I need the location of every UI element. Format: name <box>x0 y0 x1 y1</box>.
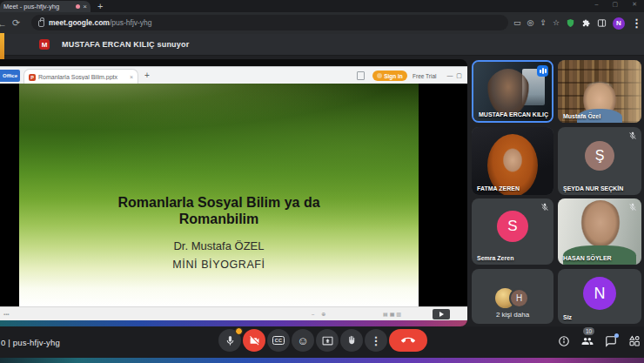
meet-control-bar: 0 | pus-hfjv-yhg CC ☺ ⋮ <box>0 326 644 358</box>
window-controls[interactable]: –▢✕ <box>595 1 637 8</box>
participant-name: Semra Zeren <box>477 255 513 261</box>
presenter-new-tab-icon: + <box>144 71 150 80</box>
background-window-edge <box>0 33 4 59</box>
show-everyone-button[interactable]: 10 <box>581 335 594 347</box>
participant-tile[interactable]: Ş ŞEYDA NUR SEÇKİN <box>558 127 641 195</box>
slide-canvas: Romanlarla Sosyal Bilim ya da Romanbilim… <box>0 84 467 306</box>
mic-off-icon <box>628 131 637 140</box>
slide-author: Dr. Mustafa ÖZEL <box>19 239 419 252</box>
browser-menu-icon[interactable]: ⋮ <box>631 17 642 29</box>
office-edge-label: Office <box>0 70 20 82</box>
adblock-shield-icon[interactable] <box>566 18 575 28</box>
reload-icon[interactable]: ⟳ <box>12 17 20 29</box>
info-icon <box>558 335 570 347</box>
presenter-avatar: M <box>39 39 50 50</box>
activities-button[interactable] <box>628 335 641 347</box>
chat-notification-dot <box>614 333 619 338</box>
mic-off-icon <box>628 203 637 212</box>
raise-hand-button[interactable] <box>340 329 363 352</box>
meet-window: Meet - pus-hfjv-yhg × + –▢✕ ← ⟳ meet.goo… <box>0 0 644 363</box>
presentation-tab-title: Romanlarla Sosyal Bilim.pptx <box>38 74 127 80</box>
slide-text-block: Romanlarla Sosyal Bilim ya da Romanbilim… <box>19 195 419 271</box>
share-icon[interactable]: ⇪ <box>540 19 547 27</box>
document-icon <box>357 71 365 80</box>
captions-button[interactable]: CC <box>267 329 290 352</box>
side-panel-icon[interactable] <box>597 18 607 28</box>
participant-video <box>501 146 524 174</box>
overflow-participants-tile[interactable]: H 2 kişi daha <box>472 269 553 324</box>
maximize-icon[interactable]: ▢ <box>613 1 619 8</box>
participant-tile[interactable]: S Semra Zeren <box>472 198 553 265</box>
audio-speaking-icon <box>537 65 548 77</box>
present-screen-icon <box>322 335 333 346</box>
powerpoint-statusbar: ▪▪▪ − ⊕ ▤▦▥ <box>0 306 467 320</box>
presentation-tab: P Romanlarla Sosyal Bilim.pptx × <box>23 69 138 84</box>
meeting-panels: 10 <box>558 335 641 347</box>
overflow-avatar: H <box>509 288 529 308</box>
presenting-status-text: MUSTAFA ERCAN KILIÇ sunuyor <box>62 40 189 49</box>
shared-screen-stage[interactable]: Office P Romanlarla Sosyal Bilim.pptx × … <box>0 59 467 326</box>
call-controls: CC ☺ ⋮ <box>218 329 427 352</box>
presenter-browser-tabbar: Office P Romanlarla Sosyal Bilim.pptx × … <box>0 66 467 84</box>
url-text: meet.google.com/pus-hfjv-yhg <box>49 18 152 27</box>
browser-toolbar: ← ⟳ meet.google.com/pus-hfjv-yhg ▭ ◎ ⇪ ☆… <box>0 12 644 34</box>
account-icon <box>377 73 382 78</box>
participant-tile[interactable]: FATMA ZEREN <box>472 127 553 195</box>
minimize-icon[interactable]: – <box>595 1 599 8</box>
record-extension-icon[interactable]: ◎ <box>527 19 534 27</box>
videocam-off-icon <box>249 335 260 346</box>
slide-title: Romanlarla Sosyal Bilim ya da Romanbilim <box>19 195 419 228</box>
statusbar-notes-icon: ▪▪▪ <box>3 312 9 317</box>
participant-count-badge: 10 <box>583 327 594 335</box>
self-avatar: N <box>583 277 616 310</box>
powerpoint-icon: P <box>29 74 36 81</box>
presenting-infobar: M MUSTAFA ERCAN KILIÇ sunuyor <box>0 34 644 56</box>
microphone-button[interactable] <box>218 329 241 352</box>
present-button[interactable] <box>316 329 339 352</box>
browser-tab[interactable]: Meet - pus-hfjv-yhg × <box>0 1 91 12</box>
hand-icon <box>346 335 358 346</box>
media-control-icon[interactable]: ▭ <box>513 19 521 27</box>
participant-name: Siz <box>563 314 572 320</box>
profile-avatar[interactable]: N <box>613 17 625 30</box>
slide-title-line1: Romanlarla Sosyal Bilim ya da <box>19 195 419 212</box>
people-icon <box>581 335 594 347</box>
participant-name: ŞEYDA NUR SEÇKİN <box>563 185 623 192</box>
url-path: /pus-hfjv-yhg <box>110 18 152 27</box>
statusbar-view-icons: ▤▦▥ <box>383 312 403 317</box>
participant-name: MUSTAFA ERCAN KILIÇ <box>479 111 548 118</box>
emoji-icon: ☺ <box>297 335 308 346</box>
overflow-avatars: H <box>495 288 530 309</box>
slide-title-line2: Romanbilim <box>19 212 419 228</box>
tab-media-indicator-icon <box>76 4 80 9</box>
slideshow-play-button <box>433 309 450 319</box>
participant-tile[interactable]: Mustafa Özel <box>558 60 641 123</box>
participant-name: FATMA ZEREN <box>477 185 520 192</box>
participant-avatar: Ş <box>585 141 614 171</box>
address-bar[interactable]: meet.google.com/pus-hfjv-yhg <box>31 15 508 30</box>
participant-video <box>579 200 622 251</box>
participant-tile[interactable]: HASAN SÖYLER <box>558 198 641 265</box>
url-host: meet.google.com <box>49 18 110 27</box>
back-icon[interactable]: ← <box>0 18 7 29</box>
mic-notification-badge <box>235 327 243 335</box>
self-view-tile[interactable]: N Siz <box>558 269 641 324</box>
sign-in-button: Sign in <box>372 71 407 81</box>
toolbar-extensions: ▭ ◎ ⇪ ☆ N ⋮ <box>513 14 642 32</box>
bookmark-star-icon[interactable]: ☆ <box>553 19 560 27</box>
tab-close-icon[interactable]: × <box>83 3 87 10</box>
meeting-details-button[interactable] <box>558 335 570 347</box>
end-call-button[interactable] <box>389 329 427 352</box>
extensions-puzzle-icon[interactable] <box>581 18 591 28</box>
camera-off-button[interactable] <box>243 329 265 352</box>
chat-button[interactable] <box>605 335 617 347</box>
new-tab-button[interactable]: + <box>97 2 103 11</box>
close-icon[interactable]: ✕ <box>632 1 637 8</box>
more-options-button[interactable]: ⋮ <box>365 329 387 352</box>
presentation-tab-close-icon: × <box>130 74 133 80</box>
meeting-code-label: 0 | pus-hfjv-yhg <box>1 338 60 347</box>
reactions-button[interactable]: ☺ <box>292 329 314 352</box>
presenter-window-controls: — ▢ <box>446 72 462 79</box>
participant-tile[interactable]: MUSTAFA ERCAN KILIÇ <box>472 60 553 123</box>
lock-icon <box>38 20 44 27</box>
